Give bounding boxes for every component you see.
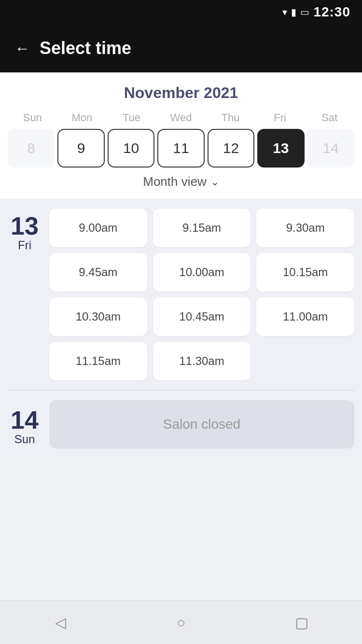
day-14-num: 14: [11, 407, 39, 433]
recent-nav-icon: ▢: [295, 614, 308, 631]
weekday-mon: Mon: [57, 112, 107, 124]
status-time: 12:30: [313, 4, 350, 20]
status-bar: ▾ ▮ ▭ 12:30: [0, 0, 362, 24]
section-divider: [8, 390, 354, 391]
weekday-tue: Tue: [107, 112, 156, 124]
header: ← Select time: [0, 24, 362, 72]
day-10[interactable]: 10: [108, 129, 154, 168]
bottom-nav: ◁ ○ ▢: [0, 601, 362, 644]
day-8[interactable]: 8: [8, 129, 55, 168]
nav-recent-button[interactable]: ▢: [290, 611, 314, 635]
weekdays-row: Sun Mon Tue Wed Thu Fri Sat: [8, 112, 354, 124]
nav-home-button[interactable]: ○: [169, 611, 193, 635]
back-nav-icon: ◁: [55, 614, 66, 631]
time-slot-915am[interactable]: 9.15am: [153, 209, 251, 247]
day-13[interactable]: 13: [257, 129, 304, 168]
day-14-block: 14 Sun Salon closed: [8, 400, 354, 448]
month-year-title: November 2021: [8, 84, 354, 102]
day-13-name: Fri: [18, 238, 31, 252]
weekday-sun: Sun: [8, 112, 57, 124]
time-slot-1130am[interactable]: 11.30am: [153, 342, 251, 380]
day-11[interactable]: 11: [157, 129, 204, 168]
back-button[interactable]: ←: [14, 41, 30, 56]
time-slot-1030am[interactable]: 10.30am: [49, 297, 147, 336]
day-13-label: 13 Fri: [8, 209, 42, 380]
day-13-num: 13: [11, 213, 39, 238]
chevron-down-icon: ⌄: [210, 176, 219, 188]
time-slot-930am[interactable]: 9.30am: [256, 209, 354, 247]
time-slot-1000am[interactable]: 10.00am: [153, 253, 251, 292]
status-icons: ▾ ▮ ▭ 12:30: [282, 4, 350, 20]
time-section: 13 Fri 9.00am 9.15am 9.30am 9.45am 10.00…: [0, 199, 362, 463]
wifi-icon: ▾: [282, 6, 287, 18]
month-view-label: Month view: [143, 174, 207, 189]
time-slot-1015am[interactable]: 10.15am: [256, 253, 354, 292]
month-view-toggle[interactable]: Month view ⌄: [8, 168, 354, 191]
day-12[interactable]: 12: [208, 129, 254, 168]
day-13-block: 13 Fri 9.00am 9.15am 9.30am 9.45am 10.00…: [8, 209, 354, 380]
time-slot-900am[interactable]: 9.00am: [49, 209, 147, 247]
battery-icon: ▭: [300, 6, 309, 18]
page-title: Select time: [40, 38, 131, 58]
time-slot-1115am[interactable]: 11.15am: [49, 342, 147, 380]
day-13-time-grid: 9.00am 9.15am 9.30am 9.45am 10.00am 10.1…: [49, 209, 354, 380]
time-slot-1045am[interactable]: 10.45am: [153, 297, 251, 336]
weekday-fri: Fri: [255, 112, 305, 124]
day-14[interactable]: 14: [307, 129, 354, 168]
weekday-wed: Wed: [156, 112, 206, 124]
weekday-thu: Thu: [206, 112, 255, 124]
home-nav-icon: ○: [177, 615, 185, 631]
day-9[interactable]: 9: [57, 129, 104, 168]
calendar-section: November 2021 Sun Mon Tue Wed Thu Fri Sa…: [0, 72, 362, 199]
time-slot-945am[interactable]: 9.45am: [49, 253, 147, 292]
salon-closed-message: Salon closed: [49, 400, 354, 448]
time-slot-1100am[interactable]: 11.00am: [256, 297, 354, 336]
weekday-sat: Sat: [305, 112, 354, 124]
nav-back-button[interactable]: ◁: [48, 611, 72, 635]
signal-icon: ▮: [291, 6, 296, 18]
days-row: 8 9 10 11 12 13 14: [8, 129, 354, 168]
day-14-label: 14 Sun: [8, 403, 42, 446]
day-14-name: Sun: [14, 433, 35, 446]
